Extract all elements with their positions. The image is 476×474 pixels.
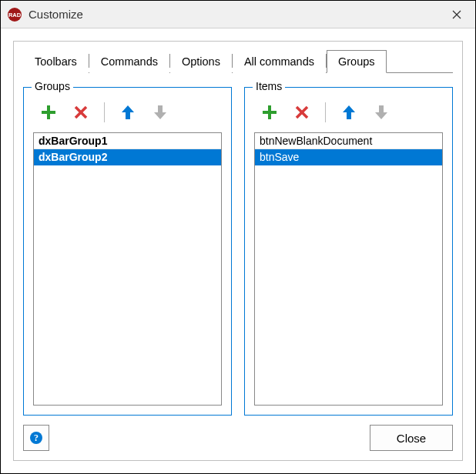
groups-move-down-button[interactable] [149,102,171,123]
groups-fieldset: Groups [23,87,232,416]
items-fieldset: Items [244,87,453,416]
panels-row: Groups [23,87,453,416]
plus-icon [40,104,57,121]
arrow-up-icon [119,104,136,121]
customize-dialog: RAD Customize Toolbars Commands Options … [0,0,476,474]
items-delete-button[interactable] [291,102,313,123]
arrow-up-icon [340,104,357,121]
dialog-footer: ? Close [23,416,453,451]
close-button[interactable]: Close [370,425,453,451]
arrow-down-icon [152,104,169,121]
arrow-down-icon [373,104,390,121]
tab-all-commands[interactable]: All commands [233,50,326,73]
inner-panel: Toolbars Commands Options All commands G… [13,41,463,461]
tab-groups[interactable]: Groups [327,50,387,73]
tab-commands[interactable]: Commands [89,50,169,73]
help-icon: ? [29,431,43,445]
items-legend: Items [253,80,285,92]
x-icon [294,105,310,120]
svg-text:RAD: RAD [8,12,22,18]
tab-options[interactable]: Options [170,50,232,73]
tabstrip: Toolbars Commands Options All commands G… [23,49,453,73]
svg-rect-9 [263,111,277,114]
items-listbox[interactable]: btnNewBlankDocument btnSave [254,132,443,406]
items-add-button[interactable] [259,102,280,123]
toolbar-separator [325,102,326,122]
list-item[interactable]: btnSave [255,149,442,165]
groups-move-up-button[interactable] [117,102,139,123]
svg-text:?: ? [34,432,39,443]
items-move-down-button[interactable] [370,102,392,123]
toolbar-separator [104,102,105,122]
items-move-up-button[interactable] [338,102,360,123]
groups-delete-button[interactable] [70,102,92,123]
list-item[interactable]: dxBarGroup2 [34,149,221,165]
app-icon: RAD [7,7,22,22]
x-icon [73,105,89,120]
list-item[interactable]: btnNewBlankDocument [255,133,442,149]
content-area: Toolbars Commands Options All commands G… [1,28,475,473]
list-item[interactable]: dxBarGroup1 [34,133,221,149]
window-title: Customize [28,8,438,21]
groups-listbox[interactable]: dxBarGroup1 dxBarGroup2 [33,132,222,406]
groups-add-button[interactable] [38,102,59,123]
svg-rect-5 [42,111,55,114]
close-icon [452,10,461,19]
groups-toolbar [33,98,222,132]
window-close-button[interactable] [438,1,475,28]
tab-toolbars[interactable]: Toolbars [23,50,89,73]
help-button[interactable]: ? [23,425,49,451]
groups-legend: Groups [32,80,73,92]
items-toolbar [254,98,443,132]
plus-icon [261,104,278,121]
titlebar: RAD Customize [1,1,475,28]
